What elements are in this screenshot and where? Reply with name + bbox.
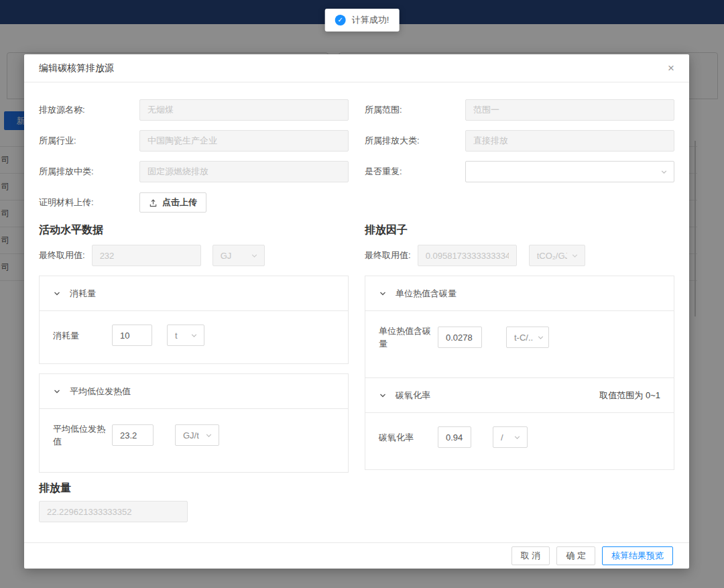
chevron-down-icon [537,334,544,341]
source-name-input [139,99,349,121]
chevron-down-icon [514,434,521,441]
heating-value-panel: 平均低位发热值 平均低位发热值 GJ/t [39,373,349,473]
oxidation-range-note: 取值范围为 0~1 [599,390,660,402]
emission-mid-input [139,161,349,182]
source-name-label: 排放源名称: [39,104,139,116]
field-source-name: 排放源名称: [39,99,349,121]
consumption-panel-body: 消耗量 t [40,311,348,359]
field-industry: 所属行业: [39,130,349,152]
toast-success: ✓ 计算成功! [325,9,400,32]
emission-mid-label: 所属排放中类: [39,166,139,178]
industry-input [139,130,349,152]
factor-final-row: 最终取用值: tCO₂/GJ [365,245,674,266]
factor-section: 排放因子 最终取用值: tCO₂/GJ [365,223,674,473]
heating-value-unit-value: GJ/t [183,430,199,440]
emission-value-input [39,501,188,522]
chevron-down-icon [251,252,258,259]
collapse-chevron-icon [379,290,387,298]
factor-unit-value: tCO₂/GJ [537,251,567,261]
consumption-panel: 消耗量 消耗量 t [39,276,349,364]
factor-final-label: 最终取用值: [365,249,411,261]
heating-value-panel-header[interactable]: 平均低位发热值 [40,374,348,409]
activity-unit-select: GJ [213,245,265,266]
close-icon[interactable]: × [668,62,674,74]
data-sections: 活动水平数据 最终取用值: GJ [39,223,674,473]
emission-section: 排放量 [39,481,674,522]
chevron-down-icon [190,332,198,339]
heating-value-panel-body: 平均低位发热值 GJ/t [40,409,348,461]
field-scope: 所属范围: [365,99,674,121]
emission-major-input [465,130,674,152]
consumption-panel-title: 消耗量 [70,288,96,300]
industry-label: 所属行业: [39,135,139,147]
heating-value-panel-title: 平均低位发热值 [70,386,131,398]
activity-final-row: 最终取用值: GJ [39,245,349,266]
carbon-content-label: 单位热值含碳量 [379,325,438,350]
dialog-title: 编辑碳核算排放源 [39,62,114,74]
factor-section-title: 排放因子 [365,223,674,237]
cancel-button[interactable]: 取 消 [511,546,550,565]
upload-icon [149,198,158,207]
edit-emission-source-dialog: 编辑碳核算排放源 × 排放源名称: 所属范围: 所属行业: 所属排放大类: [24,54,689,569]
chevron-down-icon [660,168,668,176]
activity-final-input [92,245,201,266]
oxidation-rate-input[interactable] [438,426,471,448]
field-emission-major: 所属排放大类: [365,130,674,152]
spacer [365,192,674,213]
consumption-label: 消耗量 [53,329,112,342]
oxidation-rate-panel-body: 碳氧化率 / [365,413,674,461]
oxidation-rate-panel-title: 碳氧化率 [396,390,430,402]
consumption-unit-value: t [175,331,178,341]
carbon-content-panel: 单位热值含碳量 单位热值含碳量 t-C/... [365,276,674,378]
success-check-icon: ✓ [335,15,346,25]
carbon-content-input[interactable] [438,327,482,348]
scope-input [465,99,674,121]
heating-value-input[interactable] [112,424,154,446]
factor-final-input [418,245,517,266]
consumption-input[interactable] [112,325,152,346]
dialog-footer: 取 消 确 定 核算结果预览 [24,542,689,569]
heating-value-label: 平均低位发热值 [53,422,112,448]
factor-unit-select: tCO₂/GJ [529,245,585,266]
activity-section: 活动水平数据 最终取用值: GJ [39,223,349,473]
ok-button[interactable]: 确 定 [556,546,595,565]
dialog-header: 编辑碳核算排放源 × [24,54,689,82]
basic-info-form: 排放源名称: 所属范围: 所属行业: 所属排放大类: 所属排放中类: 是否重复: [39,99,674,213]
activity-section-title: 活动水平数据 [39,223,349,237]
heating-value-unit-select[interactable]: GJ/t [175,424,219,446]
emission-section-title: 排放量 [39,481,674,495]
preview-result-button[interactable]: 核算结果预览 [602,546,673,565]
dialog-body: 排放源名称: 所属范围: 所属行业: 所属排放大类: 所属排放中类: 是否重复: [24,82,689,522]
carbon-content-panel-body: 单位热值含碳量 t-C/... [365,311,674,363]
upload-button[interactable]: 点击上传 [139,192,206,213]
oxidation-rate-unit-select[interactable]: / [493,426,528,448]
field-duplicate: 是否重复: [365,161,674,182]
oxidation-rate-panel: 碳氧化率 取值范围为 0~1 碳氧化率 / [365,378,674,470]
oxidation-rate-unit-value: / [501,432,503,443]
collapse-chevron-icon [53,290,61,298]
carbon-content-unit-select[interactable]: t-C/... [506,327,549,348]
duplicate-label: 是否重复: [365,166,465,178]
consumption-panel-header[interactable]: 消耗量 [40,276,348,311]
collapse-chevron-icon [379,392,387,400]
chevron-down-icon [571,252,579,259]
field-emission-mid: 所属排放中类: [39,161,349,182]
activity-unit-value: GJ [221,251,232,261]
toast-text: 计算成功! [352,14,389,26]
carbon-content-unit-value: t-C/... [514,333,533,343]
upload-button-label: 点击上传 [162,196,197,209]
consumption-unit-select[interactable]: t [167,325,204,346]
emission-major-label: 所属排放大类: [365,135,465,147]
scope-label: 所属范围: [365,104,465,116]
upload-label: 证明材料上传: [39,196,139,209]
oxidation-rate-panel-header[interactable]: 碳氧化率 取值范围为 0~1 [365,378,674,413]
field-upload: 证明材料上传: 点击上传 [39,192,349,213]
activity-final-label: 最终取用值: [39,249,85,261]
duplicate-select[interactable] [465,161,674,182]
carbon-content-panel-title: 单位热值含碳量 [396,288,457,300]
carbon-content-panel-header[interactable]: 单位热值含碳量 [365,276,674,311]
oxidation-rate-label: 碳氧化率 [379,431,438,444]
chevron-down-icon [205,432,213,439]
collapse-chevron-icon [53,388,61,396]
